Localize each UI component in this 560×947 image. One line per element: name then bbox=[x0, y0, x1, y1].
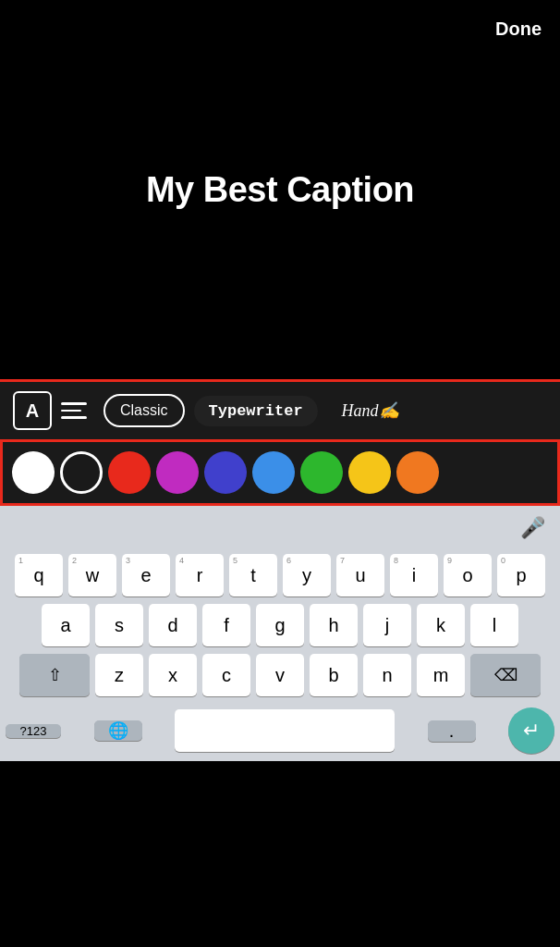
key-c[interactable]: c bbox=[202, 654, 250, 696]
key-u[interactable]: 7u bbox=[336, 554, 384, 596]
key-n[interactable]: n bbox=[363, 654, 411, 696]
shift-button[interactable]: ⇧ bbox=[19, 654, 90, 696]
key-h[interactable]: h bbox=[310, 604, 358, 646]
text-align-button[interactable] bbox=[61, 394, 94, 427]
microphone-icon[interactable]: 🎤 bbox=[520, 516, 545, 540]
key-m[interactable]: m bbox=[417, 654, 465, 696]
canvas-area: Done My Best Caption bbox=[0, 0, 560, 379]
color-dark-blue[interactable] bbox=[204, 451, 247, 494]
globe-button[interactable]: 🌐 bbox=[94, 720, 142, 741]
return-button[interactable]: ↵ bbox=[508, 707, 554, 754]
key-p[interactable]: 0p bbox=[497, 554, 545, 596]
font-typewriter-option[interactable]: Typewriter bbox=[194, 396, 318, 426]
color-yellow[interactable] bbox=[348, 451, 391, 494]
key-row-2: a s d f g h j k l bbox=[6, 604, 554, 646]
caption-text: My Best Caption bbox=[146, 170, 414, 210]
align-line-1 bbox=[61, 402, 87, 405]
period-button[interactable]: . bbox=[428, 720, 476, 742]
key-l[interactable]: l bbox=[470, 604, 518, 646]
color-white-solid[interactable] bbox=[12, 451, 55, 494]
keys-area: 1q 2w 3e 4r 5t 6y 7u 8i 9o 0p a s d f g … bbox=[0, 550, 560, 700]
color-green[interactable] bbox=[300, 451, 343, 494]
symbols-button[interactable]: ?123 bbox=[6, 724, 61, 738]
color-white-outline[interactable] bbox=[60, 451, 103, 494]
done-button[interactable]: Done bbox=[495, 18, 542, 40]
key-s[interactable]: s bbox=[95, 604, 143, 646]
toolbar-section: A Classic Typewriter Hand✍ bbox=[0, 379, 560, 442]
key-i[interactable]: 8i bbox=[390, 554, 438, 596]
color-purple[interactable] bbox=[156, 451, 199, 494]
keyboard-area: 🎤 1q 2w 3e 4r 5t 6y 7u 8i 9o 0p a s d f … bbox=[0, 506, 560, 761]
key-z[interactable]: z bbox=[95, 654, 143, 696]
key-g[interactable]: g bbox=[256, 604, 304, 646]
key-r[interactable]: 4r bbox=[176, 554, 224, 596]
key-row-3: ⇧ z x c v b n m ⌫ bbox=[6, 654, 554, 696]
key-x[interactable]: x bbox=[149, 654, 197, 696]
key-o[interactable]: 9o bbox=[444, 554, 492, 596]
align-line-2 bbox=[61, 410, 81, 412]
color-blue[interactable] bbox=[252, 451, 295, 494]
color-red[interactable] bbox=[108, 451, 151, 494]
font-style-button[interactable]: A bbox=[13, 391, 52, 430]
align-line-3 bbox=[61, 416, 87, 419]
key-y[interactable]: 6y bbox=[283, 554, 331, 596]
key-k[interactable]: k bbox=[417, 604, 465, 646]
key-b[interactable]: b bbox=[310, 654, 358, 696]
key-q[interactable]: 1q bbox=[15, 554, 63, 596]
key-f[interactable]: f bbox=[202, 604, 250, 646]
key-e[interactable]: 3e bbox=[122, 554, 170, 596]
key-j[interactable]: j bbox=[363, 604, 411, 646]
key-a[interactable]: a bbox=[42, 604, 90, 646]
key-d[interactable]: d bbox=[149, 604, 197, 646]
font-classic-option[interactable]: Classic bbox=[103, 394, 185, 427]
key-v[interactable]: v bbox=[256, 654, 304, 696]
backspace-button[interactable]: ⌫ bbox=[470, 654, 541, 696]
color-orange[interactable] bbox=[396, 451, 439, 494]
font-handwriting-option[interactable]: Hand✍ bbox=[327, 394, 414, 427]
key-w[interactable]: 2w bbox=[68, 554, 116, 596]
key-t[interactable]: 5t bbox=[229, 554, 277, 596]
color-palette-section bbox=[0, 442, 560, 506]
keyboard-bottom-row: ?123 🌐 . ↵ bbox=[0, 700, 560, 761]
keyboard-top-bar: 🎤 bbox=[0, 506, 560, 550]
spacebar[interactable] bbox=[175, 709, 395, 752]
key-row-1: 1q 2w 3e 4r 5t 6y 7u 8i 9o 0p bbox=[6, 554, 554, 596]
